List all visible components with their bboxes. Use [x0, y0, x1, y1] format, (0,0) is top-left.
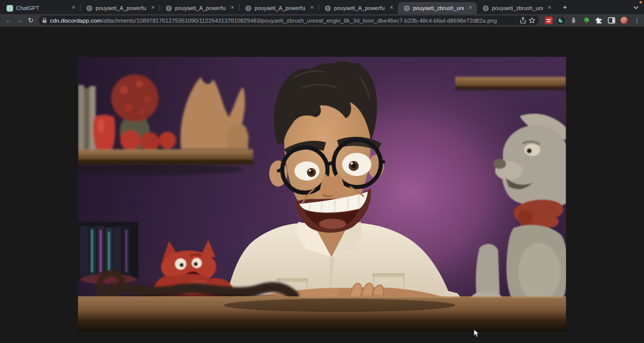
url-text: cdn.discordapp.com/attachments/108978176…	[50, 18, 517, 24]
tab-title: pouyaeti_zbrush_unreal_engin	[413, 5, 464, 11]
toolbar: ← → ↻ cdn.discordapp.com/attachments/108…	[0, 14, 644, 27]
tab[interactable]: pouyaeti_A_powerful_modern×	[160, 2, 239, 14]
globe-icon	[86, 5, 93, 12]
shelf-top-right	[455, 77, 566, 90]
lock-icon[interactable]	[42, 18, 47, 23]
browser-menu-button[interactable]: ⋮	[633, 17, 640, 24]
tab[interactable]: pouyaeti_A_powerful_modern×	[319, 2, 398, 14]
bookmark-star-icon[interactable]	[529, 17, 535, 24]
page-content	[0, 27, 644, 343]
update-indicator-dot	[639, 1, 642, 4]
profile-avatar[interactable]	[620, 16, 629, 25]
lastpass-extension-icon[interactable]	[544, 17, 552, 25]
desk	[78, 296, 566, 332]
tab-title: pouyaeti_A_powerful_modern	[334, 5, 385, 11]
tab[interactable]: pouyaeti_zbrush_unreal_engin×	[477, 2, 556, 14]
globe-icon	[245, 5, 252, 12]
tab-list: ChatGPT×pouyaeti_A_powerful_modern×pouya…	[1, 0, 556, 14]
tab-title: pouyaeti_A_powerful_modern	[96, 5, 146, 11]
globe-icon	[165, 5, 172, 12]
tab-close-icon[interactable]: ×	[308, 5, 315, 12]
tab-title: pouyaeti_A_powerful_modern	[175, 5, 226, 11]
red-apples	[120, 130, 176, 151]
tab-close-icon[interactable]: ×	[388, 5, 395, 12]
discord-attachment-image[interactable]	[78, 57, 566, 332]
tab[interactable]: pouyaeti_A_powerful_modern×	[239, 2, 318, 14]
globe-icon	[403, 5, 410, 12]
share-icon[interactable]	[520, 17, 526, 24]
chatgpt-icon	[6, 5, 13, 12]
back-button[interactable]: ←	[4, 16, 14, 26]
pointer-extension-icon[interactable]	[570, 17, 578, 25]
tab-title: pouyaeti_zbrush_unreal_engin	[492, 5, 543, 11]
tree-extension-icon[interactable]	[582, 17, 590, 25]
address-bar[interactable]: cdn.discordapp.com/attachments/108978176…	[39, 16, 539, 25]
reload-button[interactable]: ↻	[26, 16, 36, 26]
tab-close-icon[interactable]: ×	[70, 5, 77, 12]
url-domain: cdn.discordapp.com	[50, 18, 102, 24]
tab-active[interactable]: pouyaeti_zbrush_unreal_engin×	[398, 2, 477, 14]
extensions-puzzle-icon[interactable]	[595, 17, 603, 25]
dark-reader-extension-icon[interactable]	[557, 17, 565, 25]
extensions-area: ⋮	[543, 16, 640, 25]
tab-title: ChatGPT	[16, 5, 67, 11]
tab-close-icon[interactable]: ×	[467, 5, 474, 12]
tab-search-chevron-icon[interactable]	[633, 3, 639, 12]
tab-close-icon[interactable]: ×	[546, 5, 553, 12]
tab[interactable]: ChatGPT×	[1, 2, 80, 14]
tab[interactable]: pouyaeti_A_powerful_modern×	[80, 2, 159, 14]
red-vase	[93, 115, 116, 149]
forward-button[interactable]: →	[15, 16, 25, 26]
globe-icon	[324, 5, 331, 12]
tab-close-icon[interactable]: ×	[229, 5, 236, 12]
side-panel-icon[interactable]	[607, 17, 615, 25]
tab-strip: ChatGPT×pouyaeti_A_powerful_modern×pouya…	[0, 0, 644, 14]
tab-close-icon[interactable]: ×	[149, 5, 156, 12]
tab-title: pouyaeti_A_powerful_modern	[255, 5, 305, 11]
new-tab-button[interactable]: +	[559, 1, 571, 13]
url-path: /attachments/1089781761275351090/1122543…	[102, 18, 497, 24]
globe-icon	[482, 5, 489, 12]
